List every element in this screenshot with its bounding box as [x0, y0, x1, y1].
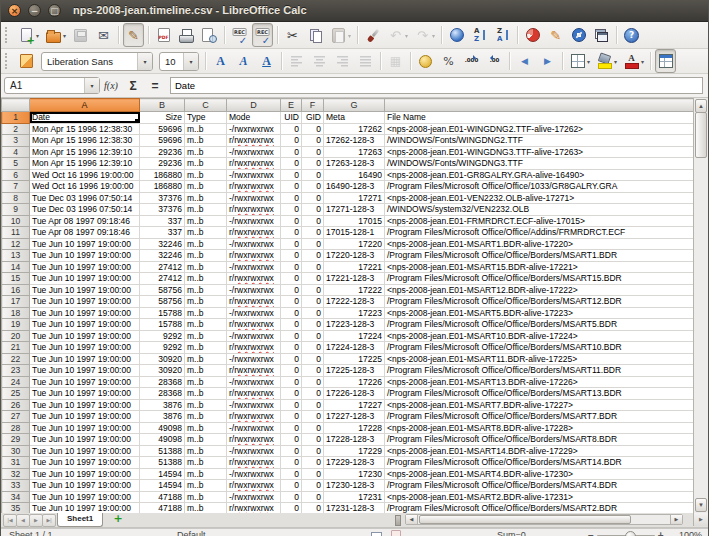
cell-G35[interactable]: 17231-128-3 — [324, 503, 385, 514]
cell-F7[interactable]: 0 — [302, 181, 324, 193]
cell-B15[interactable]: 27412 — [140, 273, 185, 285]
cell-C29[interactable]: m..b — [185, 434, 227, 446]
cell-C23[interactable]: m..b — [185, 365, 227, 377]
cell-H33[interactable]: /Program Files/Microsoft Office/Office/B… — [385, 480, 694, 492]
cell-F25[interactable]: 0 — [302, 388, 324, 400]
cell-B22[interactable]: 30920 — [140, 353, 185, 365]
cell-G15[interactable]: 17221-128-3 — [324, 273, 385, 285]
cell-H31[interactable]: /Program Files/Microsoft Office/Office/B… — [385, 457, 694, 469]
row-header-1[interactable]: 1 — [2, 112, 30, 124]
cell-C26[interactable]: m..b — [185, 399, 227, 411]
cell-G18[interactable]: 17223 — [324, 307, 385, 319]
font-color-button[interactable]: ▾ — [621, 49, 646, 73]
cell-D20[interactable]: -/rwxrwxrwx — [227, 330, 281, 342]
new-document-dropdown[interactable]: ▾ — [36, 32, 39, 39]
column-header-filename[interactable] — [385, 99, 694, 112]
cell-C5[interactable]: m..b — [185, 158, 227, 170]
cell-D2[interactable]: -/rwxrwxrwx — [227, 123, 281, 135]
cell-H6[interactable]: <nps-2008-jean.E01-GR8GALRY.GRA-alive-16… — [385, 169, 694, 181]
cell-A7[interactable]: Wed Oct 16 1996 19:00:00 — [30, 181, 140, 193]
font-size-combo[interactable]: 10▾ — [159, 52, 199, 71]
sum-button[interactable]: Σ — [124, 79, 142, 93]
cell-B12[interactable]: 32246 — [140, 238, 185, 250]
cell-B11[interactable]: 337 — [140, 227, 185, 239]
add-sheet-button[interactable]: + — [111, 513, 125, 526]
cell-F17[interactable]: 0 — [302, 296, 324, 308]
clone-formatting-button[interactable] — [362, 23, 383, 47]
align-center-button[interactable] — [309, 49, 330, 73]
paste-button[interactable]: ▾ — [328, 23, 353, 47]
cell-H21[interactable]: /Program Files/Microsoft Office/Office/B… — [385, 342, 694, 354]
cell-A28[interactable]: Tue Jun 10 1997 19:00:00 — [30, 422, 140, 434]
cell-D19[interactable]: r/rwxrwxrwx — [227, 319, 281, 331]
cell-F32[interactable]: 0 — [302, 468, 324, 480]
cell-F13[interactable]: 0 — [302, 250, 324, 262]
cell-F2[interactable]: 0 — [302, 123, 324, 135]
align-right-button[interactable] — [332, 49, 353, 73]
row-header-9[interactable]: 9 — [2, 204, 30, 216]
cell-F6[interactable]: 0 — [302, 169, 324, 181]
cell-F34[interactable]: 0 — [302, 491, 324, 503]
cell-B34[interactable]: 47188 — [140, 491, 185, 503]
cell-F28[interactable]: 0 — [302, 422, 324, 434]
cell-E12[interactable]: 0 — [281, 238, 302, 250]
find-replace-button[interactable] — [446, 23, 467, 47]
window-minimize-button[interactable]: − — [28, 4, 41, 17]
cell-B9[interactable]: 37376 — [140, 204, 185, 216]
freeze-panes-button[interactable] — [655, 49, 676, 73]
bold-button[interactable]: A — [210, 49, 231, 73]
cell-H8[interactable]: <nps-2008-jean.E01-VEN2232.OLB-alive-172… — [385, 192, 694, 204]
format-percent-button[interactable]: % — [438, 49, 459, 73]
cell-H15[interactable]: /Program Files/Microsoft Office/Office/B… — [385, 273, 694, 285]
cell-H25[interactable]: /Program Files/Microsoft Office/Office/B… — [385, 388, 694, 400]
column-header-A[interactable]: A — [30, 99, 140, 112]
row-header-3[interactable]: 3 — [2, 135, 30, 147]
cell-G27[interactable]: 17227-128-3 — [324, 411, 385, 423]
cell-B29[interactable]: 49098 — [140, 434, 185, 446]
cell-G9[interactable]: 17271-128-3 — [324, 204, 385, 216]
cell-F24[interactable]: 0 — [302, 376, 324, 388]
cell-A12[interactable]: Tue Jun 10 1997 19:00:00 — [30, 238, 140, 250]
row-header-13[interactable]: 13 — [2, 250, 30, 262]
cell-D26[interactable]: -/rwxrwxrwx — [227, 399, 281, 411]
cell-C18[interactable]: m..b — [185, 307, 227, 319]
cell-G13[interactable]: 17220-128-3 — [324, 250, 385, 262]
cell-B1[interactable]: Size — [140, 112, 185, 124]
cut-button[interactable]: ✂ — [282, 23, 303, 47]
navigator-button[interactable] — [568, 23, 589, 47]
cell-C2[interactable]: m..b — [185, 123, 227, 135]
cell-C30[interactable]: m..b — [185, 445, 227, 457]
cell-C15[interactable]: m..b — [185, 273, 227, 285]
column-header-C[interactable]: C — [185, 99, 227, 112]
styles-and-formatting-button[interactable] — [16, 49, 37, 73]
row-header-11[interactable]: 11 — [2, 227, 30, 239]
cell-F19[interactable]: 0 — [302, 319, 324, 331]
cell-B27[interactable]: 3876 — [140, 411, 185, 423]
borders-button[interactable]: ▾ — [567, 49, 592, 73]
row-header-8[interactable]: 8 — [2, 192, 30, 204]
delete-decimal-place-button[interactable] — [484, 49, 505, 73]
cell-B3[interactable]: 59696 — [140, 135, 185, 147]
cell-A23[interactable]: Tue Jun 10 1997 19:00:00 — [30, 365, 140, 377]
cell-H23[interactable]: /Program Files/Microsoft Office/Office/B… — [385, 365, 694, 377]
cell-A20[interactable]: Tue Jun 10 1997 19:00:00 — [30, 330, 140, 342]
cell-D12[interactable]: -/rwxrwxrwx — [227, 238, 281, 250]
zoom-slider-thumb[interactable] — [625, 531, 636, 536]
cell-C12[interactable]: m..b — [185, 238, 227, 250]
cell-G24[interactable]: 17226 — [324, 376, 385, 388]
cell-C13[interactable]: m..b — [185, 250, 227, 262]
row-header-27[interactable]: 27 — [2, 411, 30, 423]
cell-A22[interactable]: Tue Jun 10 1997 19:00:00 — [30, 353, 140, 365]
column-header-B[interactable]: B — [140, 99, 185, 112]
cell-E24[interactable]: 0 — [281, 376, 302, 388]
row-header-15[interactable]: 15 — [2, 273, 30, 285]
cell-E27[interactable]: 0 — [281, 411, 302, 423]
cell-A17[interactable]: Tue Jun 10 1997 19:00:00 — [30, 296, 140, 308]
cell-B35[interactable]: 47188 — [140, 503, 185, 514]
cell-G8[interactable]: 17271 — [324, 192, 385, 204]
cell-D7[interactable]: r/rwxrwxrwx — [227, 181, 281, 193]
cell-E16[interactable]: 0 — [281, 284, 302, 296]
cell-H16[interactable]: <nps-2008-jean.E01-MSART12.BDR-alive-172… — [385, 284, 694, 296]
cell-C27[interactable]: m..b — [185, 411, 227, 423]
cell-F35[interactable]: 0 — [302, 503, 324, 514]
